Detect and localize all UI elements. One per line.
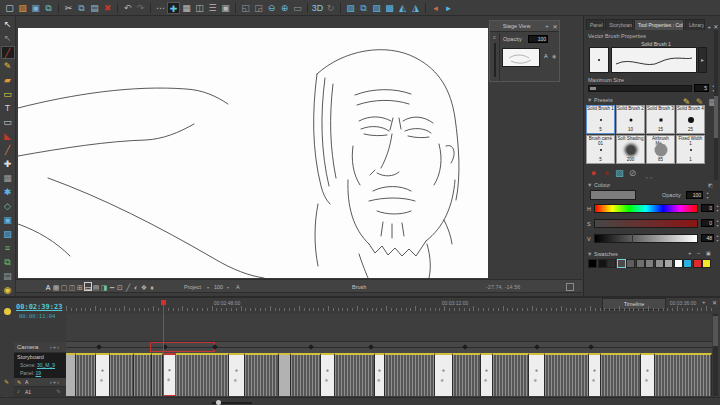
rectangle-tool-icon[interactable]: ▭ xyxy=(1,116,15,129)
storyboard-panel-frames[interactable] xyxy=(245,353,279,396)
max-size-slider[interactable] xyxy=(588,85,692,92)
redo-icon[interactable]: ↷ xyxy=(134,2,147,14)
eraser-tool-icon[interactable]: ▭ xyxy=(1,88,15,101)
storyboard-panel-frames[interactable] xyxy=(655,353,712,396)
brush-preset-solid-brush-2[interactable]: Solid Brush 210 xyxy=(616,105,645,134)
storyboard-panel-frames[interactable] xyxy=(110,353,134,396)
list-view-icon[interactable]: ☰ xyxy=(206,2,219,14)
layer-opacity-value[interactable]: 100 xyxy=(528,35,548,43)
add-panel-tab-icon[interactable]: + xyxy=(543,23,551,29)
max-size-value[interactable]: 5 xyxy=(694,84,709,92)
swatches-section-header[interactable]: ▼ Swatches xyxy=(587,251,618,257)
storyboard-panel-frames[interactable] xyxy=(291,353,321,396)
timeline-scrollbar[interactable] xyxy=(713,314,718,396)
add-swatch-icon[interactable]: + xyxy=(688,250,692,256)
layers-collapse-icon[interactable]: ≡ xyxy=(493,34,496,40)
storyboard-panel-frames[interactable] xyxy=(152,353,163,396)
camera-selected-segment[interactable] xyxy=(150,342,215,352)
storyboard-panel-thumbnail[interactable] xyxy=(589,353,601,396)
camera-keyframe-diamond[interactable] xyxy=(96,344,102,350)
storyboard-panel-frames[interactable] xyxy=(134,353,152,396)
colour-swatch-6[interactable] xyxy=(645,259,654,268)
save-all-icon[interactable]: ⧉ xyxy=(42,2,55,14)
project-caret-icon[interactable]: ▾ xyxy=(207,285,209,290)
saturation-stepper[interactable]: ▴▾ xyxy=(715,219,720,228)
remove-swatch-icon[interactable]: − xyxy=(697,250,701,256)
zoom-caret-icon[interactable]: ▾ xyxy=(227,285,229,290)
brush-preset-solid-brush-4[interactable]: Solid Brush 425 xyxy=(676,105,705,134)
brush-preset-solid-brush-1[interactable]: Solid Brush 15 xyxy=(586,105,615,134)
colour-swatch-3[interactable] xyxy=(617,259,626,268)
colour-opacity-stepper[interactable]: ▴▾ xyxy=(705,191,710,200)
storyboard-panel-frames[interactable] xyxy=(453,353,481,396)
camera-keyframe-diamond[interactable] xyxy=(462,344,468,350)
small-workspace-a-icon[interactable]: ◱ xyxy=(239,2,252,14)
perspective-tool-icon[interactable]: ◇ xyxy=(1,200,15,213)
colour-swatch-11[interactable] xyxy=(693,259,702,268)
zoom-level-value[interactable]: 100 xyxy=(214,284,223,290)
brush-preset-fixed-width-1[interactable]: Fixed Width 11 xyxy=(676,135,705,164)
storyboard-panel-thumbnail[interactable] xyxy=(229,353,245,396)
contrast-icon[interactable]: ◐ xyxy=(132,283,140,292)
storyboard-panel-frames[interactable] xyxy=(279,353,291,396)
safe-area-icon[interactable]: ◫ xyxy=(68,283,76,292)
project-scope-label[interactable]: Project xyxy=(184,284,201,290)
light-table-toggle-icon[interactable]: ▤ xyxy=(92,283,100,292)
close-tab-icon[interactable]: ✕ xyxy=(713,23,719,30)
camera-track-header[interactable]: Camera ‹ + › xyxy=(14,342,66,353)
hue-stepper[interactable]: ▴▾ xyxy=(715,204,720,213)
colour-swatch-8[interactable] xyxy=(664,259,673,268)
status-colour-chip[interactable] xyxy=(566,283,574,291)
storyboard-panel-thumbnail[interactable] xyxy=(375,353,385,396)
single-panel-view-icon[interactable]: ▣ xyxy=(219,2,232,14)
brush-preset-soft-shading[interactable]: Soft Shading200 xyxy=(616,135,645,164)
storyboard-panel-thumbnail[interactable] xyxy=(529,353,545,396)
copy-icon[interactable]: ⧉ xyxy=(75,2,88,14)
tab-storyboard[interactable]: Storyboard xyxy=(605,19,633,30)
tab-panel[interactable]: Panel xyxy=(586,19,604,30)
anchor-icon[interactable]: ♦ xyxy=(148,283,156,292)
rotate-view-icon[interactable]: ↻ xyxy=(324,2,337,14)
grid-icon[interactable]: ▢ xyxy=(60,283,68,292)
waveform-icon[interactable]: ∿ xyxy=(56,388,61,394)
snap-tool-icon[interactable]: ✱ xyxy=(1,186,15,199)
new-scene-icon[interactable]: ▩ xyxy=(383,2,396,14)
add-panel-icon[interactable]: ▧ xyxy=(344,2,357,14)
drawing-canvas[interactable] xyxy=(18,28,488,278)
storyboard-panel-thumbnail[interactable] xyxy=(96,353,110,396)
speaker-icon[interactable]: ♪ xyxy=(17,388,20,394)
storyboard-panel-thumbnail[interactable] xyxy=(435,353,453,396)
hand-tool-icon[interactable]: ✚ xyxy=(167,2,180,14)
camera-keyframe-diamond[interactable] xyxy=(308,344,314,350)
duplicate-panel-icon[interactable]: ⧉ xyxy=(357,2,370,14)
value-slider-marker[interactable] xyxy=(632,234,633,243)
undo-icon[interactable]: ↶ xyxy=(121,2,134,14)
colour-swatch-12[interactable] xyxy=(702,259,711,268)
storyboard-panel-frames[interactable] xyxy=(545,353,589,396)
brush-preset-brush-carr-01[interactable]: Brush carré 015 xyxy=(586,135,615,164)
saturation-slider[interactable] xyxy=(594,219,698,228)
colour-swatch-2[interactable] xyxy=(607,259,616,268)
fourfield-icon[interactable]: ⊞ xyxy=(76,283,84,292)
layer-thumbnail[interactable] xyxy=(502,48,540,67)
settings-icon[interactable]: ❖ xyxy=(140,283,148,292)
storyboard-track-header[interactable]: Storyboard Scene: 30_M_9 Panel: 19 xyxy=(14,353,66,378)
camera-track-controls[interactable]: ‹ + › xyxy=(50,344,59,350)
drag-tool-icon[interactable]: ✚ xyxy=(1,158,15,171)
transform-tool-icon[interactable]: ↖ xyxy=(1,32,15,45)
tab-tool-properties-colour[interactable]: Tool Properties : Colour xyxy=(634,19,684,30)
colour-section-header[interactable]: ▼ Colour xyxy=(587,182,610,188)
open-project-icon[interactable]: ▨ xyxy=(16,2,29,14)
layers-icon[interactable]: ≡ xyxy=(1,242,15,255)
zoom-fit-icon[interactable]: ▦ xyxy=(52,283,60,292)
camera-mask-icon[interactable]: ▭ xyxy=(84,282,92,291)
layer-a-controls[interactable]: ‹ + › xyxy=(50,379,59,385)
layer-a-row[interactable]: ✎ A ‹ + › xyxy=(14,378,66,387)
tab-library[interactable]: Library xyxy=(685,19,705,30)
delete-icon[interactable]: ✖ xyxy=(101,2,114,14)
timeline-zoom-slider[interactable] xyxy=(212,402,252,404)
value-value[interactable]: 48 xyxy=(701,234,714,242)
layer-pin-icon[interactable]: ◉ xyxy=(552,53,556,59)
minus-icon[interactable]: ━ xyxy=(108,283,116,292)
panel-scrollbar-thumb[interactable] xyxy=(714,96,718,138)
